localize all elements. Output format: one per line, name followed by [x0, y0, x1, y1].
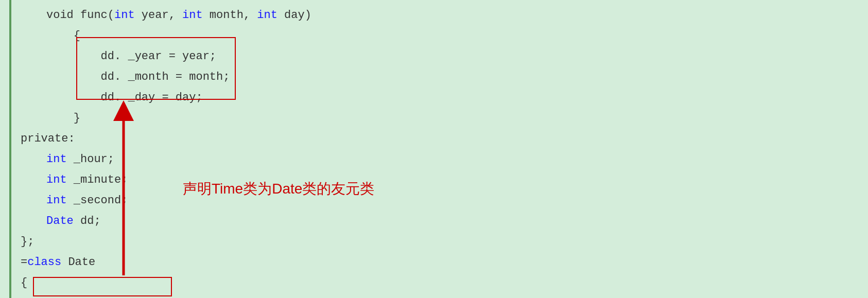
code-line-12: }; [21, 232, 868, 252]
code-line-3: dd. _year = year; [46, 46, 868, 67]
code-line-8: int _hour; [46, 149, 868, 170]
code-line-9: int _minute; [46, 170, 868, 190]
code-line-11: Date dd; [46, 211, 868, 232]
code-area: void func(int year, int month, int day) … [0, 0, 868, 298]
code-line-6: } [46, 108, 868, 129]
annotation-text: 声明Time类为Date类的友元类 [183, 179, 374, 199]
left-bar [9, 0, 11, 298]
code-line-2: { [46, 26, 868, 46]
code-line-15: friend class Time; [46, 293, 868, 298]
code-line-13: =class Date [21, 252, 868, 273]
code-line-5: dd. _day = day; [46, 87, 868, 108]
code-line-10: int _second; [46, 190, 868, 211]
code-line-4: dd. _month = month; [46, 67, 868, 87]
code-line-1: void func(int year, int month, int day) [46, 5, 868, 26]
code-line-7: private: [21, 129, 868, 149]
code-line-14: { [21, 273, 868, 293]
